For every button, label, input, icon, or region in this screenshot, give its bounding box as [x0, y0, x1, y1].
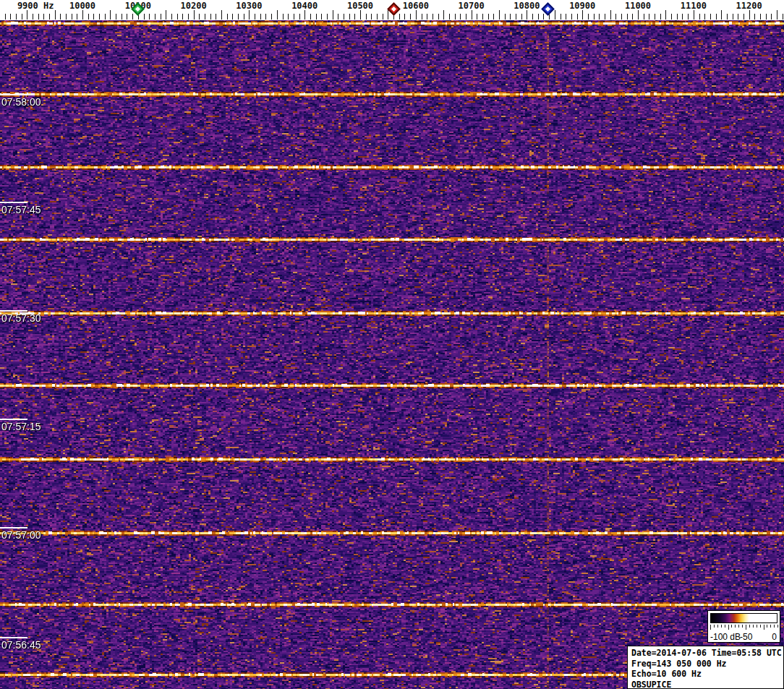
- marker-red-diamond[interactable]: [387, 2, 400, 15]
- ruler-tick: [638, 10, 639, 20]
- ruler-tick: [610, 10, 611, 20]
- ruler-tick: [377, 14, 378, 20]
- ruler-tick: [688, 14, 689, 20]
- ruler-tick: [477, 14, 477, 20]
- ruler-tick: [260, 14, 261, 20]
- time-tick: [0, 310, 27, 312]
- ruler-tick: [777, 10, 777, 20]
- ruler-tick: [265, 14, 266, 20]
- ruler-tick: [105, 14, 106, 20]
- time-tick: [0, 202, 27, 203]
- ruler-tick: [416, 10, 417, 20]
- info-station: OBSUPICE: [631, 680, 783, 689]
- frequency-label: 10200: [181, 1, 207, 11]
- ruler-tick: [760, 14, 761, 20]
- ruler-tick: [99, 14, 100, 20]
- ruler-tick: [543, 14, 544, 20]
- ruler-tick: [749, 10, 750, 20]
- ruler-tick: [671, 14, 672, 20]
- ruler-tick: [27, 10, 27, 20]
- ruler-tick: [88, 14, 89, 20]
- ruler-tick: [249, 10, 250, 20]
- ruler-tick: [704, 14, 705, 20]
- ruler-tick: [182, 14, 183, 20]
- ruler-tick: [466, 14, 466, 20]
- info-date-time: Date=2014-07-06 Time=05:58 UTC: [631, 648, 783, 659]
- colorbar-tick: [735, 625, 736, 628]
- ruler-tick: [594, 14, 595, 20]
- ruler-tick: [216, 14, 216, 20]
- ruler-tick: [77, 14, 77, 20]
- ruler-tick: [344, 14, 344, 20]
- colorbar-tick: [717, 625, 718, 628]
- ruler-tick: [283, 14, 284, 20]
- frequency-label: 10800: [514, 1, 540, 11]
- ruler-tick: [582, 10, 583, 20]
- ruler-tick: [354, 14, 355, 20]
- ruler-tick: [404, 14, 405, 20]
- colorbar-tick: [714, 625, 715, 628]
- ruler-tick: [210, 14, 211, 20]
- colorbar-gradient: [710, 613, 777, 623]
- colorbar-tick: [742, 625, 743, 628]
- ruler-tick: [244, 14, 244, 20]
- time-label: 07:57:00: [1, 529, 41, 541]
- ruler-tick: [277, 10, 278, 20]
- colorbar-tick: [749, 625, 750, 628]
- ruler-tick: [122, 14, 122, 20]
- ruler-tick: [327, 14, 328, 20]
- ruler-tick: [716, 14, 717, 20]
- ruler-tick: [455, 14, 456, 20]
- ruler-tick: [349, 14, 350, 20]
- ruler-tick: [161, 14, 161, 20]
- colorbar-tick: [770, 625, 771, 628]
- time-tick: [0, 637, 27, 638]
- ruler-tick: [482, 14, 483, 20]
- ruler-tick: [49, 14, 50, 20]
- ruler-tick: [399, 14, 400, 20]
- colorbar-tick: [728, 625, 729, 630]
- ruler-tick: [427, 14, 427, 20]
- frequency-label: 9900 Hz: [17, 1, 54, 11]
- ruler-tick: [316, 14, 317, 20]
- ruler-tick: [22, 14, 22, 20]
- frequency-label: 11000: [625, 1, 651, 11]
- colorbar-tick: [721, 625, 722, 628]
- frequency-label: 11200: [736, 1, 762, 11]
- ruler-tick: [577, 14, 578, 20]
- ruler-tick: [771, 14, 772, 20]
- ruler-tick: [538, 14, 539, 20]
- ruler-tick: [438, 14, 439, 20]
- ruler-tick: [371, 14, 372, 20]
- colorbar-label-mid: -50: [740, 632, 752, 642]
- ruler-tick: [599, 14, 600, 20]
- colorbar-tick: [731, 625, 732, 628]
- ruler-tick: [460, 14, 461, 20]
- time-label: 07:57:15: [1, 421, 41, 432]
- ruler-tick: [55, 10, 56, 20]
- ruler-tick: [33, 14, 33, 20]
- frequency-label: 10900: [569, 1, 595, 11]
- ruler-tick: [271, 14, 272, 20]
- ruler-tick: [221, 10, 222, 20]
- ruler-tick: [665, 10, 666, 20]
- colorbar-ticks: [710, 625, 777, 631]
- ruler-tick: [388, 10, 388, 20]
- time-tick: [0, 527, 27, 528]
- colorbar-tick: [710, 625, 711, 630]
- ruler-tick: [366, 14, 367, 20]
- ruler-tick: [227, 14, 228, 20]
- ruler-tick: [410, 14, 411, 20]
- colorbar-tick: [777, 625, 778, 628]
- ruler-tick: [232, 14, 233, 20]
- ruler-tick: [682, 14, 683, 20]
- ruler-tick: [449, 14, 450, 20]
- ruler-tick: [304, 10, 305, 20]
- ruler-tick: [171, 14, 172, 20]
- ruler-tick: [499, 10, 500, 20]
- ruler-tick: [649, 14, 649, 20]
- frequency-label: 10600: [403, 1, 429, 11]
- ruler-tick: [472, 10, 472, 20]
- waterfall-display[interactable]: [0, 20, 784, 689]
- ruler-tick: [288, 14, 289, 20]
